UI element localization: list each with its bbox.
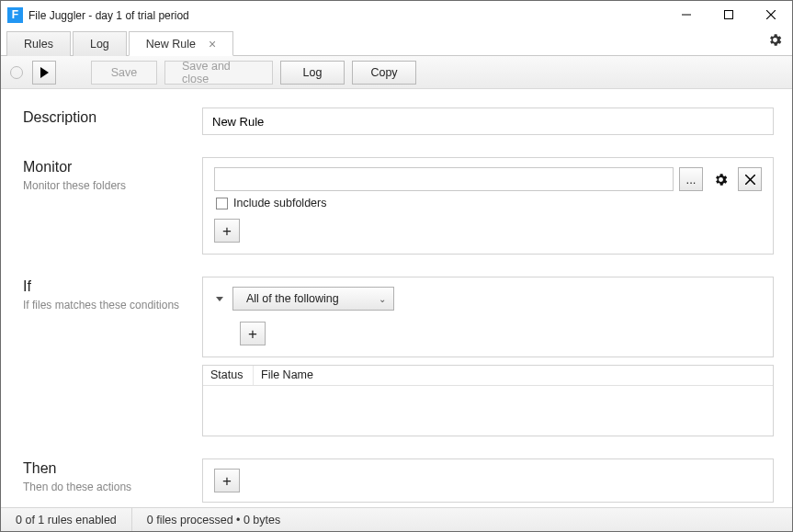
if-label: If: [23, 278, 202, 295]
maximize-button[interactable]: [708, 2, 750, 28]
content-area: Description Monitor Monitor these folder…: [1, 89, 792, 507]
status-bar: 0 of 1 rules enabled 0 files processed •…: [1, 507, 792, 531]
app-window: F File Juggler - day 1 of trial period R…: [0, 0, 793, 532]
play-icon: [40, 67, 49, 78]
column-header-filename[interactable]: File Name: [254, 366, 773, 385]
then-sublabel: Then do these actions: [23, 481, 202, 493]
status-rules-enabled: 0 of 1 rules enabled: [1, 508, 132, 531]
svg-rect-1: [725, 11, 733, 19]
tab-new-rule[interactable]: New Rule ×: [129, 31, 233, 56]
log-button[interactable]: Log: [280, 61, 345, 85]
tab-rules[interactable]: Rules: [6, 31, 71, 56]
tab-close-icon[interactable]: ×: [209, 38, 216, 51]
monitor-panel: ... Include subfolders +: [202, 157, 774, 255]
description-label: Description: [23, 109, 202, 126]
tab-log[interactable]: Log: [73, 31, 127, 56]
actions-panel: +: [202, 458, 774, 503]
include-subfolders-checkbox[interactable]: [216, 198, 228, 209]
description-input[interactable]: [202, 108, 774, 135]
expand-toggle-icon[interactable]: [216, 297, 223, 301]
browse-folder-button[interactable]: ...: [679, 167, 703, 191]
folder-settings-button[interactable]: [708, 167, 732, 191]
gear-icon: [713, 172, 729, 187]
rule-enabled-toggle[interactable]: [10, 66, 23, 79]
remove-folder-button[interactable]: [738, 167, 762, 191]
add-folder-button[interactable]: +: [214, 219, 240, 243]
tab-strip: Rules Log New Rule ×: [1, 28, 792, 56]
window-title: File Juggler - day 1 of trial period: [28, 8, 665, 22]
add-action-button[interactable]: +: [214, 469, 240, 492]
folder-path-input[interactable]: [214, 167, 674, 191]
monitor-label: Monitor: [23, 159, 202, 175]
preview-table: Status File Name: [202, 365, 774, 436]
if-sublabel: If files matches these conditions: [23, 299, 202, 311]
save-and-close-button[interactable]: Save and close: [164, 61, 273, 85]
condition-mode-select[interactable]: All of the following ⌄: [232, 287, 394, 311]
close-icon: [745, 175, 755, 185]
title-bar: F File Juggler - day 1 of trial period: [1, 1, 792, 28]
status-files-processed: 0 files processed • 0 bytes: [132, 508, 295, 531]
toolbar: Save Save and close Log Copy: [1, 56, 792, 89]
copy-button[interactable]: Copy: [352, 61, 416, 85]
chevron-down-icon: ⌄: [379, 294, 386, 304]
include-subfolders-label: Include subfolders: [233, 197, 326, 209]
run-button[interactable]: [32, 61, 56, 85]
minimize-button[interactable]: [665, 2, 708, 28]
save-button[interactable]: Save: [91, 61, 157, 85]
close-button[interactable]: [750, 2, 792, 28]
monitor-sublabel: Monitor these folders: [23, 179, 202, 192]
column-header-status[interactable]: Status: [203, 366, 254, 385]
add-condition-button[interactable]: +: [240, 322, 266, 345]
conditions-panel: All of the following ⌄ +: [202, 277, 774, 357]
app-icon: F: [7, 7, 23, 23]
gear-icon: [767, 32, 783, 48]
then-label: Then: [23, 460, 202, 477]
settings-button[interactable]: [767, 32, 783, 51]
